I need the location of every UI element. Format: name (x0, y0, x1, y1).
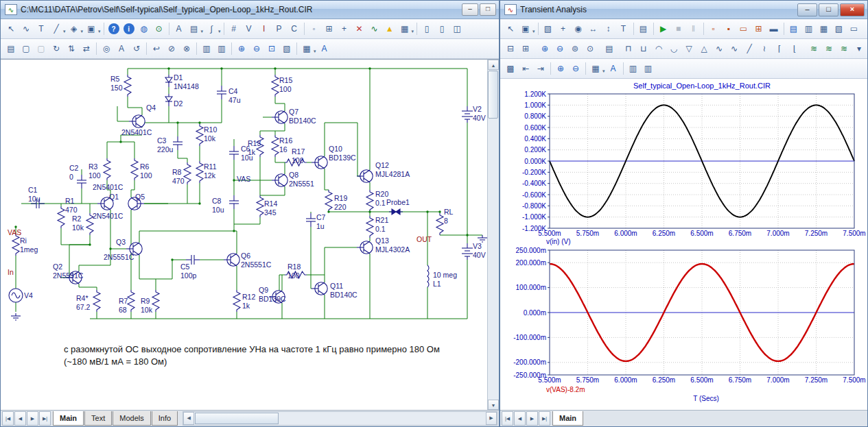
minimize-button[interactable]: – (797, 3, 817, 16)
mirror-horizontal-icon[interactable]: ⇄ (80, 42, 94, 56)
slider-icon[interactable]: ▭ (847, 22, 861, 36)
wire-mode-icon[interactable]: ∿ (19, 22, 34, 36)
page-nav-icon-3[interactable]: ▶| (39, 411, 51, 426)
sheet-icon[interactable]: ▯ (420, 22, 434, 36)
numeric-output-icon[interactable]: ▤ (786, 22, 801, 36)
grid-text-icon[interactable]: ⊞ (322, 22, 336, 36)
inflection-icon[interactable]: ≀ (758, 42, 772, 56)
clipboard-icon[interactable]: ▣ (519, 22, 533, 36)
horizontal-tag-icon[interactable]: ↔ (586, 22, 600, 36)
powers-icon[interactable]: P (272, 22, 286, 36)
dropdown-caret-icon[interactable]: ▾ (63, 29, 66, 34)
step-box-icon[interactable]: ▢ (34, 42, 49, 56)
global-low-icon[interactable]: ⌊ (788, 42, 802, 56)
font-icon[interactable]: A (606, 62, 620, 75)
maximize-button[interactable]: □ (819, 3, 838, 16)
zoom-in-icon[interactable]: ⊕ (554, 62, 568, 75)
valley-icon[interactable]: ◡ (667, 42, 681, 56)
copy-page-icon[interactable]: ▥ (215, 42, 229, 56)
zoom-out-icon[interactable]: ⊖ (569, 62, 583, 75)
attribute-text-icon[interactable]: A (172, 22, 186, 36)
zoom-in-icon[interactable]: ⊕ (235, 42, 249, 56)
scroll-up-icon[interactable]: ▲ (488, 60, 499, 70)
dropdown-caret-icon[interactable]: ▾ (532, 29, 535, 34)
dropdown-caret-icon[interactable]: ▾ (602, 69, 605, 74)
ruler-icon[interactable]: ▭ (736, 22, 751, 36)
command-icon[interactable]: ▤ (187, 22, 201, 36)
point-tag-icon[interactable]: ◉ (571, 22, 585, 36)
copy-graph-icon[interactable]: ▥ (626, 62, 640, 75)
stop-icon[interactable]: ⊘ (165, 42, 179, 56)
scroll-left-icon[interactable]: ◀ (183, 412, 194, 425)
minimize-button[interactable]: – (462, 3, 478, 16)
vertical-axis-icon[interactable]: ⊔ (637, 42, 651, 56)
grid-options-icon[interactable]: ▦ (300, 42, 314, 56)
page-nav-icon-3[interactable]: ▶| (539, 411, 550, 426)
zoom-area-icon[interactable]: ⊡ (265, 42, 279, 56)
select-area-icon[interactable]: ▢ (19, 42, 34, 56)
animate-fast-icon[interactable]: ≋ (837, 42, 852, 56)
plus-mark-icon[interactable]: ⊞ (751, 22, 766, 36)
zoom-out-icon[interactable]: ⊖ (250, 42, 264, 56)
zoom-in-icon[interactable]: ⊕ (538, 42, 552, 56)
tab-main[interactable]: Main (552, 411, 583, 426)
text-icon[interactable]: T (616, 22, 631, 36)
find-icon[interactable]: ◎ (99, 42, 114, 56)
plot-area[interactable]: 5.500m5.750m6.000m6.250m6.500m6.750m7.00… (500, 79, 867, 410)
properties-icon[interactable]: ▤ (4, 42, 19, 56)
state-variables-icon[interactable]: ▥ (801, 22, 816, 36)
horizontal-axis-icon[interactable]: ⊓ (622, 42, 636, 56)
help-icon[interactable]: ? (108, 23, 119, 34)
dropdown-caret-icon[interactable]: ▾ (81, 29, 84, 34)
high-icon[interactable]: ▽ (682, 42, 696, 56)
baseline-icon[interactable]: ▬ (766, 22, 781, 36)
pause-icon[interactable]: ‖ (686, 22, 701, 36)
global-high-icon[interactable]: ⌈ (773, 42, 787, 56)
grid-icon[interactable]: ▦ (397, 22, 412, 36)
two-panel-icon[interactable]: ⊞ (519, 42, 533, 56)
dropdown-caret-icon[interactable]: ▾ (98, 29, 101, 34)
tab-main[interactable]: Main (53, 411, 84, 426)
animate-options-icon[interactable]: ▾ (852, 42, 867, 56)
pin-connections-icon[interactable]: ◦ (307, 22, 321, 36)
dropdown-caret-icon[interactable]: ▾ (201, 29, 204, 34)
scroll-down-icon[interactable]: ▼ (488, 400, 499, 410)
graphics-mode-icon[interactable]: ╱ (49, 22, 64, 36)
flag-mode-icon[interactable]: ◈ (67, 22, 81, 36)
tokens-icon[interactable]: ▪ (721, 22, 736, 36)
tab-models[interactable]: Models (113, 411, 150, 426)
zoom-fit-icon[interactable]: ⊙ (583, 42, 598, 56)
horizontal-scrollbar[interactable]: ◀ ▶ (183, 411, 497, 426)
cursor-mode-icon[interactable]: + (556, 22, 570, 36)
peak-icon[interactable]: ◠ (652, 42, 666, 56)
cross-hair-icon[interactable]: + (337, 22, 351, 36)
analysis-icon[interactable]: ∫ (204, 22, 219, 36)
restore-button[interactable]: □ (480, 3, 496, 16)
close-button[interactable]: × (840, 3, 865, 16)
sine-source-icon[interactable]: ∿ (367, 22, 382, 36)
picture-mode-icon[interactable]: ▣ (84, 22, 99, 36)
performance-icon[interactable]: ▧ (832, 22, 846, 36)
three-d-icon[interactable]: ▦ (817, 22, 831, 36)
next-scale-icon[interactable]: ⇥ (534, 62, 548, 75)
undo-icon[interactable]: ↩ (150, 42, 164, 56)
tab-info[interactable]: Info (152, 411, 178, 426)
scroll-right-icon[interactable]: ▶ (486, 412, 497, 425)
web-icon[interactable]: ◍ (137, 22, 151, 36)
find-next-icon[interactable]: A (115, 42, 129, 56)
repeat-icon[interactable]: ↺ (130, 42, 144, 56)
dropdown-caret-icon[interactable]: ▾ (218, 29, 221, 34)
animate-medium-icon[interactable]: ≋ (822, 42, 836, 56)
rotate-icon[interactable]: ↻ (49, 42, 64, 56)
copy-window-icon[interactable]: ▥ (641, 62, 655, 75)
animate-slow-icon[interactable]: ≋ (807, 42, 821, 56)
font-icon[interactable]: A (317, 42, 331, 56)
info-page-icon[interactable]: ▯ (435, 22, 449, 36)
scissors-icon[interactable]: ✕ (352, 22, 366, 36)
camera-icon[interactable]: ▧ (280, 42, 294, 56)
horizontal-scroll-thumb[interactable] (195, 413, 279, 424)
text-mode-icon[interactable]: T (34, 22, 49, 36)
page-thumb-icon[interactable]: ▩ (504, 62, 518, 75)
run-icon[interactable]: ▶ (656, 22, 670, 36)
copy-icon[interactable]: ▥ (200, 42, 214, 56)
